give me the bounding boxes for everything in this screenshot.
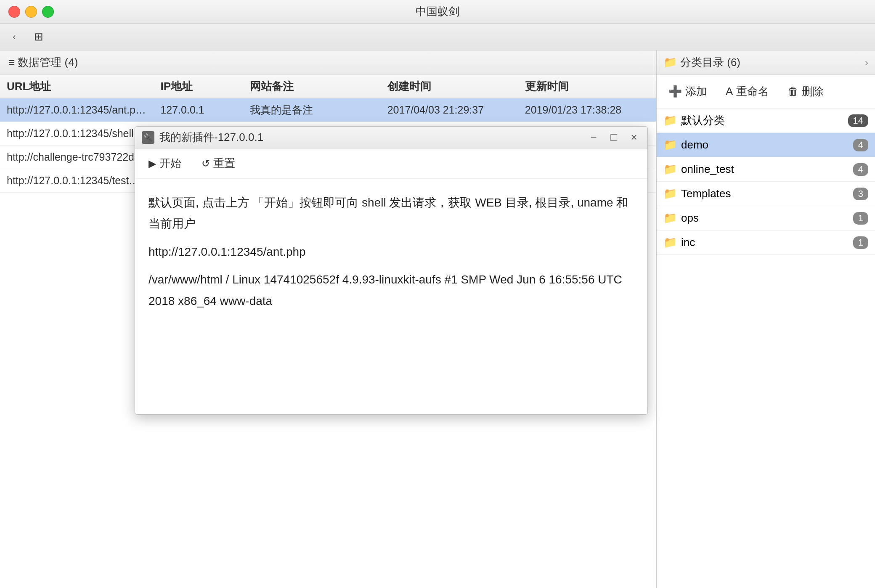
folder-icon: 📁: [663, 236, 677, 249]
category-item-ops[interactable]: 📁 ops 1: [657, 206, 875, 230]
category-item-online-test[interactable]: 📁 online_test 4: [657, 157, 875, 182]
category-name: 默认分类: [681, 113, 844, 128]
folder-icon: 📁: [663, 114, 677, 127]
delete-label: 删除: [802, 84, 824, 99]
cell-created: 2017/04/03 21:29:37: [381, 104, 518, 116]
dialog-close-button[interactable]: ×: [627, 131, 641, 144]
col-header-updated: 更新时间: [518, 79, 656, 94]
expand-button[interactable]: ›: [865, 57, 868, 69]
start-button[interactable]: ▶ 开始: [142, 154, 188, 173]
dialog-info: /var/www/html / Linux 14741025652f 4.9.9…: [148, 269, 634, 312]
dialog-description: 默认页面, 点击上方 「开始」按钮即可向 shell 发出请求，获取 WEB 目…: [148, 192, 634, 235]
minimize-button[interactable]: [25, 6, 37, 18]
reset-button[interactable]: ↺ 重置: [195, 154, 242, 173]
col-header-ip: IP地址: [154, 79, 243, 94]
category-header-label: 分类目录 (6): [680, 55, 740, 70]
cell-updated: 2019/01/23 17:38:28: [518, 104, 656, 116]
close-button[interactable]: [8, 6, 20, 18]
panel-header: ≡ 数据管理 (4): [0, 50, 656, 75]
rename-label: 重命名: [736, 84, 769, 99]
cell-url: http://challenge-trc793722d86ebc: [0, 151, 154, 163]
window-controls: [8, 6, 54, 18]
category-name: online_test: [681, 163, 849, 176]
play-icon: ▶: [148, 158, 156, 170]
plug-icon: 🔌: [143, 133, 153, 142]
cell-url: http://127.0.0.1:12345/ant.php: [0, 104, 154, 116]
folder-icon: 📁: [663, 187, 677, 200]
dialog-titlebar: 🔌 我的新插件-127.0.0.1 − □ ×: [135, 127, 647, 148]
category-count: 14: [848, 114, 868, 127]
titlebar: 中国蚁剑: [0, 0, 875, 24]
back-button[interactable]: ‹: [7, 29, 22, 45]
category-name: ops: [681, 212, 849, 225]
dialog-content: 默认页面, 点击上方 「开始」按钮即可向 shell 发出请求，获取 WEB 目…: [135, 179, 647, 414]
col-header-created: 创建时间: [381, 79, 518, 94]
category-item-default[interactable]: 📁 默认分类 14: [657, 109, 875, 133]
category-item-inc[interactable]: 📁 inc 1: [657, 230, 875, 255]
category-count: 4: [853, 163, 868, 176]
cell-note: 我真的是备注: [243, 103, 381, 117]
dialog-maximize-button[interactable]: □: [607, 131, 620, 144]
add-label: 添加: [685, 84, 707, 99]
delete-icon: 🗑: [788, 85, 798, 98]
col-header-note: 网站备注: [243, 79, 381, 94]
category-list: 📁 默认分类 14 📁 demo 4 📁 online_test 4 📁 Tem…: [657, 109, 875, 588]
start-label: 开始: [159, 156, 181, 171]
category-panel: 📁 分类目录 (6) › ➕ 添加 A 重命名 🗑 删除 📁 默认分类 14: [656, 50, 875, 588]
plugin-dialog[interactable]: 🔌 我的新插件-127.0.0.1 − □ × ▶ 开始 ↺ 重置: [135, 126, 648, 415]
folder-icon: 📁: [663, 212, 677, 225]
folder-icon: 📁: [663, 56, 677, 69]
window-title: 中国蚁剑: [416, 4, 459, 19]
dialog-minimize-button[interactable]: −: [587, 131, 600, 144]
folder-icon: 📁: [663, 138, 677, 151]
category-count: 4: [853, 139, 868, 151]
category-item-demo[interactable]: 📁 demo 4: [657, 133, 875, 157]
plugin-icon: 🔌: [142, 131, 154, 144]
rename-category-button[interactable]: A 重命名: [721, 82, 774, 101]
folder-icon: 📁: [663, 163, 677, 176]
table-row[interactable]: http://127.0.0.1:12345/ant.php 127.0.0.1…: [0, 98, 656, 122]
grid-view-button[interactable]: ⊞: [29, 28, 49, 46]
category-name: inc: [681, 236, 849, 249]
dialog-url: http://127.0.0.1:12345/ant.php: [148, 241, 634, 262]
maximize-button[interactable]: [42, 6, 54, 18]
cell-ip: 127.0.0.1: [154, 104, 243, 116]
category-count: 1: [853, 212, 868, 225]
cell-url: http://127.0.0.1:12345/shell.php: [0, 127, 154, 140]
category-count: 3: [853, 188, 868, 200]
cell-url: http://127.0.0.1:12345/test.php: [0, 175, 154, 187]
category-item-templates[interactable]: 📁 Templates 3: [657, 182, 875, 206]
plus-icon: ➕: [668, 85, 682, 98]
reset-icon: ↺: [202, 158, 210, 170]
add-category-button[interactable]: ➕ 添加: [663, 82, 712, 101]
delete-category-button[interactable]: 🗑 删除: [782, 82, 829, 101]
dialog-title: 我的新插件-127.0.0.1: [159, 130, 582, 145]
category-header: 📁 分类目录 (6) ›: [657, 50, 875, 75]
dialog-toolbar: ▶ 开始 ↺ 重置: [135, 148, 647, 179]
category-name: Templates: [681, 187, 849, 200]
category-name: demo: [681, 138, 849, 151]
category-actions: ➕ 添加 A 重命名 🗑 删除: [657, 75, 875, 109]
dialog-window-controls: − □ ×: [587, 131, 641, 144]
rename-icon: A: [726, 85, 733, 98]
table-header: URL地址 IP地址 网站备注 创建时间 更新时间: [0, 75, 656, 98]
main-toolbar: ‹ ⊞: [0, 24, 875, 50]
panel-header-label: ≡ 数据管理 (4): [8, 55, 78, 70]
reset-label: 重置: [213, 156, 235, 171]
col-header-url: URL地址: [0, 79, 154, 94]
category-count: 1: [853, 236, 868, 249]
